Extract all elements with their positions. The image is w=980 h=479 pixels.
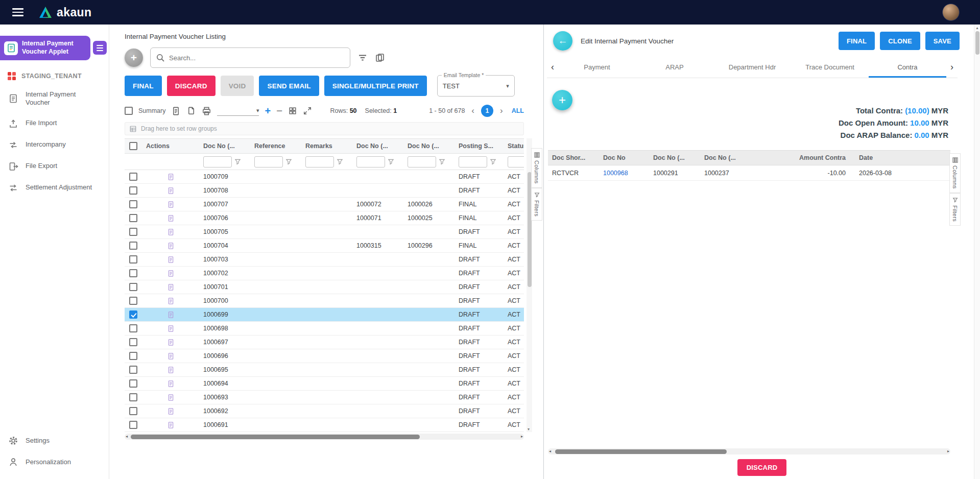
column-header[interactable]: Posting S... <box>455 139 504 153</box>
sidebar-item-settlement-adjustment[interactable]: Settlement Adjustment <box>0 177 109 199</box>
print-button[interactable]: SINGLE/MULTIPLE PRINT <box>324 76 427 96</box>
row-document-icon[interactable] <box>167 380 175 388</box>
doc-no-3-filter-input[interactable] <box>408 156 436 167</box>
row-checkbox[interactable] <box>129 407 137 415</box>
row-group-dropzone[interactable]: Drag here to set row groups <box>125 122 524 135</box>
column-header[interactable]: Status <box>504 139 524 153</box>
add-contra-button[interactable]: + <box>552 90 572 110</box>
column-header[interactable]: Doc No (... <box>700 151 751 165</box>
row-document-icon[interactable] <box>167 366 175 374</box>
row-checkbox[interactable] <box>129 421 137 429</box>
row-checkbox[interactable] <box>129 366 137 374</box>
table-row[interactable]: 1000703 DRAFT ACT <box>125 253 524 267</box>
column-header[interactable]: Doc No <box>599 151 649 165</box>
filter-funnel-icon[interactable] <box>234 158 241 165</box>
row-checkbox[interactable] <box>129 200 137 208</box>
table-row[interactable]: 1000695 DRAFT ACT <box>125 363 524 377</box>
page-next-icon[interactable]: › <box>499 106 504 116</box>
row-checkbox[interactable] <box>129 173 137 181</box>
row-checkbox[interactable] <box>129 338 137 346</box>
doc-no-link[interactable]: 1000968 <box>599 165 649 180</box>
editor-save-button[interactable]: SAVE <box>925 32 960 50</box>
row-checkbox[interactable] <box>129 255 137 264</box>
scroll-left-icon[interactable]: ◂ <box>549 449 551 453</box>
column-header[interactable]: Actions <box>142 139 199 153</box>
row-document-icon[interactable] <box>167 325 175 332</box>
row-checkbox[interactable] <box>129 242 137 250</box>
applet-menu-icon[interactable] <box>93 41 107 55</box>
columns-side-tab[interactable]: Columns <box>949 153 961 193</box>
table-row[interactable]: 1000697 DRAFT ACT <box>125 336 524 349</box>
search-box[interactable] <box>150 47 350 68</box>
final-button[interactable]: FINAL <box>125 76 162 96</box>
filter-funnel-icon[interactable] <box>337 158 343 165</box>
doc-no-filter-input[interactable] <box>203 156 232 167</box>
copy-document-icon[interactable] <box>186 106 196 116</box>
row-checkbox[interactable] <box>129 393 137 401</box>
grid-view-icon[interactable] <box>288 106 297 115</box>
filter-list-icon[interactable] <box>357 53 368 63</box>
row-document-icon[interactable] <box>167 421 175 429</box>
scroll-down-icon[interactable]: ▾ <box>528 427 530 432</box>
page-number-button[interactable]: 1 <box>481 105 493 117</box>
remove-row-icon[interactable]: − <box>276 105 282 117</box>
row-document-icon[interactable] <box>167 256 175 264</box>
table-row[interactable]: 1000702 DRAFT ACT <box>125 267 524 280</box>
row-document-icon[interactable] <box>167 311 175 319</box>
row-checkbox[interactable] <box>129 310 137 319</box>
column-header[interactable]: Reference <box>250 139 301 153</box>
table-row[interactable]: 1000698 DRAFT ACT <box>125 322 524 336</box>
row-checkbox[interactable] <box>129 324 137 332</box>
tabs-scroll-right-icon[interactable]: › <box>946 62 958 73</box>
document-view-icon[interactable] <box>171 106 181 116</box>
page-prev-icon[interactable]: ‹ <box>470 106 475 116</box>
row-checkbox[interactable] <box>129 379 137 388</box>
filter-funnel-icon[interactable] <box>439 158 445 165</box>
table-row[interactable]: 1000691 DRAFT ACT <box>125 418 524 432</box>
email-template-select[interactable]: Email Template * TEST ▾ <box>437 75 515 97</box>
user-avatar[interactable] <box>942 4 960 21</box>
row-document-icon[interactable] <box>167 408 175 415</box>
menu-icon[interactable] <box>12 6 23 18</box>
row-checkbox[interactable] <box>129 214 137 222</box>
listing-horizontal-scrollbar[interactable]: ◂ ▸ <box>125 434 524 440</box>
row-document-icon[interactable] <box>167 187 175 195</box>
send-email-button[interactable]: SEND EMAIL <box>259 76 319 96</box>
show-all-button[interactable]: ALL <box>512 107 524 114</box>
table-row[interactable]: 1000694 DRAFT ACT <box>125 377 524 391</box>
column-header[interactable]: Remarks <box>301 139 352 153</box>
search-input[interactable] <box>169 54 345 62</box>
column-header[interactable]: Doc No (... <box>352 139 403 153</box>
row-document-icon[interactable] <box>167 270 175 277</box>
editor-discard-button[interactable]: DISCARD <box>737 459 787 476</box>
add-voucher-button[interactable]: + <box>125 49 143 67</box>
sidebar-item-internal-payment-voucher[interactable]: Internal Payment Voucher <box>0 85 109 113</box>
filter-funnel-icon[interactable] <box>285 158 292 165</box>
table-row[interactable]: 1000707 1000072 1000026 FINAL ACT <box>125 198 524 211</box>
view-columns-icon[interactable] <box>375 53 385 63</box>
page-scrollbar[interactable]: ▴ <box>974 25 980 479</box>
select-all-checkbox[interactable] <box>129 142 137 150</box>
group-by-select[interactable]: ▾ <box>217 106 259 116</box>
table-row[interactable]: 1000708 DRAFT ACT <box>125 184 524 198</box>
column-header[interactable]: Amount Contra <box>751 151 851 165</box>
row-checkbox[interactable] <box>129 283 137 291</box>
row-document-icon[interactable] <box>167 297 175 305</box>
filter-funnel-icon[interactable] <box>388 158 394 165</box>
sidebar-item-file-import[interactable]: File Import <box>0 113 109 134</box>
row-document-icon[interactable] <box>167 214 175 222</box>
row-document-icon[interactable] <box>167 352 175 360</box>
table-row[interactable]: 1000701 DRAFT ACT <box>125 280 524 294</box>
sidebar-item-settings[interactable]: Settings <box>0 430 109 451</box>
column-header[interactable]: Doc No (... <box>649 151 700 165</box>
add-row-icon[interactable]: + <box>265 105 271 117</box>
brand-logo[interactable]: akaun <box>39 6 91 19</box>
tab[interactable]: Trace Document <box>791 57 869 78</box>
row-document-icon[interactable] <box>167 228 175 236</box>
scroll-right-icon[interactable]: ▸ <box>947 449 949 453</box>
back-button[interactable]: ← <box>553 31 572 51</box>
sidebar-item-intercompany[interactable]: Intercompany <box>0 134 109 156</box>
filters-side-tab[interactable]: Filters <box>949 193 961 226</box>
table-row[interactable]: 1000700 DRAFT ACT <box>125 294 524 308</box>
table-row[interactable]: 1000696 DRAFT ACT <box>125 349 524 363</box>
